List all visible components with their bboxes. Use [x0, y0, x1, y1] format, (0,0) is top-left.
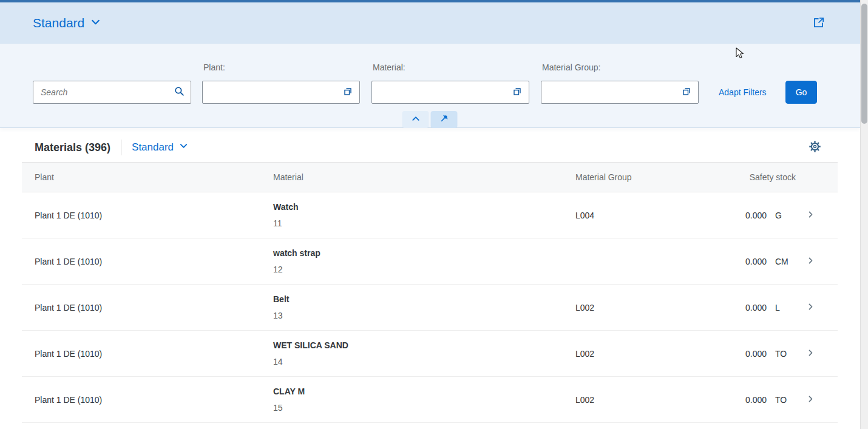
search-field	[33, 81, 191, 104]
material-id: 15	[273, 402, 575, 414]
material-filter-input[interactable]	[372, 81, 507, 103]
chevron-down-icon	[179, 141, 188, 154]
cell-material-group: L004	[575, 211, 721, 220]
shell-header: Standard	[0, 2, 860, 44]
vertical-scrollbar[interactable]	[860, 0, 868, 429]
cell-material: Watch 11	[273, 201, 575, 229]
chevron-right-icon	[807, 395, 815, 405]
cell-plant: Plant 1 DE (1010)	[35, 395, 273, 405]
cell-plant: Plant 1 DE (1010)	[35, 211, 273, 220]
column-header-material-group: Material Group	[575, 172, 721, 182]
cell-plant: Plant 1 DE (1010)	[35, 349, 273, 359]
chevron-right-icon	[807, 257, 815, 266]
cell-material: watch strap 12	[273, 247, 575, 275]
cell-material-group: L002	[575, 349, 721, 359]
safety-stock-value: 0.000	[745, 303, 767, 312]
pushpin-icon	[439, 113, 449, 126]
filter-bar-actions	[402, 111, 458, 128]
safety-stock-value: 0.000	[745, 211, 767, 220]
row-navigation[interactable]	[796, 257, 825, 266]
table-title: Materials (396)	[35, 141, 110, 154]
plant-value-help-button[interactable]	[338, 83, 358, 102]
table-row[interactable]: Plant 1 DE (1010) WET SILICA SAND 14 L00…	[22, 331, 838, 377]
material-name: watch strap	[273, 247, 575, 259]
table-row[interactable]: Plant 1 DE (1010) Belt 13 L002 0.000 L	[22, 285, 838, 331]
page-variant-selector[interactable]: Standard	[33, 2, 101, 44]
chevron-down-icon	[90, 17, 101, 29]
cell-material: WET SILICA SAND 14	[273, 339, 575, 368]
row-navigation[interactable]	[796, 349, 825, 359]
safety-stock-unit: CM	[775, 257, 796, 266]
safety-stock-value: 0.000	[745, 257, 767, 266]
material-value-help-button[interactable]	[507, 83, 527, 102]
value-help-icon	[343, 87, 353, 98]
safety-stock-unit: G	[775, 211, 796, 220]
material-id: 12	[273, 263, 575, 275]
search-input[interactable]	[33, 81, 169, 103]
gear-icon	[809, 140, 821, 155]
safety-stock-value: 0.000	[745, 395, 767, 405]
plant-filter-field	[202, 81, 360, 104]
table-variant-selector[interactable]: Standard	[132, 141, 188, 154]
scrollbar-thumb[interactable]	[861, 4, 867, 124]
material-name: CLAY M	[273, 385, 575, 397]
collapse-filter-bar-button[interactable]	[402, 111, 429, 128]
table-settings-button[interactable]	[804, 137, 825, 158]
plant-filter-label: Plant:	[203, 62, 225, 72]
pin-filter-bar-button[interactable]	[431, 111, 458, 128]
magnifier-icon	[174, 86, 185, 98]
table-row[interactable]: Plant 1 DE (1010) Watch 11 L004 0.000 G	[22, 192, 838, 238]
safety-stock-unit: TO	[775, 395, 796, 405]
table-column-headers: Plant Material Material Group Safety sto…	[22, 162, 838, 192]
material-filter-label: Material:	[373, 62, 405, 72]
material-name: Watch	[273, 201, 575, 213]
cell-plant: Plant 1 DE (1010)	[35, 303, 273, 312]
material-group-filter-field	[541, 81, 699, 104]
cell-material: Belt 13	[273, 293, 575, 322]
cell-material: CLAY M 15	[273, 385, 575, 414]
go-button[interactable]: Go	[785, 81, 817, 104]
material-group-filter-label: Material Group:	[542, 62, 600, 72]
share-icon	[812, 16, 826, 31]
chevron-right-icon	[807, 303, 815, 312]
table-body: Plant 1 DE (1010) Watch 11 L004 0.000 G …	[22, 192, 838, 423]
material-id: 13	[273, 309, 575, 322]
column-header-safety-stock: Safety stock	[721, 172, 796, 182]
material-group-value-help-button[interactable]	[677, 83, 696, 102]
value-help-icon	[682, 87, 691, 98]
row-navigation[interactable]	[796, 211, 825, 220]
chevron-right-icon	[807, 211, 815, 220]
material-id: 14	[273, 356, 575, 368]
column-header-plant: Plant	[35, 172, 273, 182]
title-separator	[121, 140, 121, 155]
row-navigation[interactable]	[796, 395, 825, 405]
chevron-right-icon	[807, 349, 815, 359]
safety-stock-unit: TO	[775, 349, 796, 359]
adapt-filters-button[interactable]: Adapt Filters	[719, 81, 767, 104]
cell-safety-stock: 0.000 TO	[721, 349, 796, 359]
search-button[interactable]	[169, 83, 189, 102]
materials-table: Materials (396) Standard	[22, 133, 838, 423]
material-name: WET SILICA SAND	[273, 339, 575, 351]
table-variant-title: Standard	[132, 141, 174, 154]
cell-material-group: L002	[575, 303, 721, 312]
share-button[interactable]	[809, 13, 829, 33]
filter-bar: Plant: Material: Material Group:	[0, 44, 860, 128]
table-row[interactable]: Plant 1 DE (1010) watch strap 12 0.000 C…	[22, 238, 838, 285]
plant-filter-input[interactable]	[203, 81, 338, 103]
material-filter-field	[371, 81, 529, 104]
row-navigation[interactable]	[796, 303, 825, 312]
cell-safety-stock: 0.000 G	[721, 211, 796, 220]
safety-stock-value: 0.000	[745, 349, 767, 359]
material-group-filter-input[interactable]	[541, 81, 677, 103]
cell-safety-stock: 0.000 CM	[721, 257, 796, 266]
table-row[interactable]: Plant 1 DE (1010) CLAY M 15 L002 0.000 T…	[22, 377, 838, 423]
safety-stock-unit: L	[775, 303, 796, 312]
material-name: Belt	[273, 293, 575, 305]
material-id: 11	[273, 217, 575, 229]
page-variant-title: Standard	[33, 16, 84, 30]
value-help-icon	[512, 87, 522, 98]
app-window: Standard Plant:	[0, 0, 868, 429]
cell-safety-stock: 0.000 L	[721, 303, 796, 312]
cell-safety-stock: 0.000 TO	[721, 395, 796, 405]
